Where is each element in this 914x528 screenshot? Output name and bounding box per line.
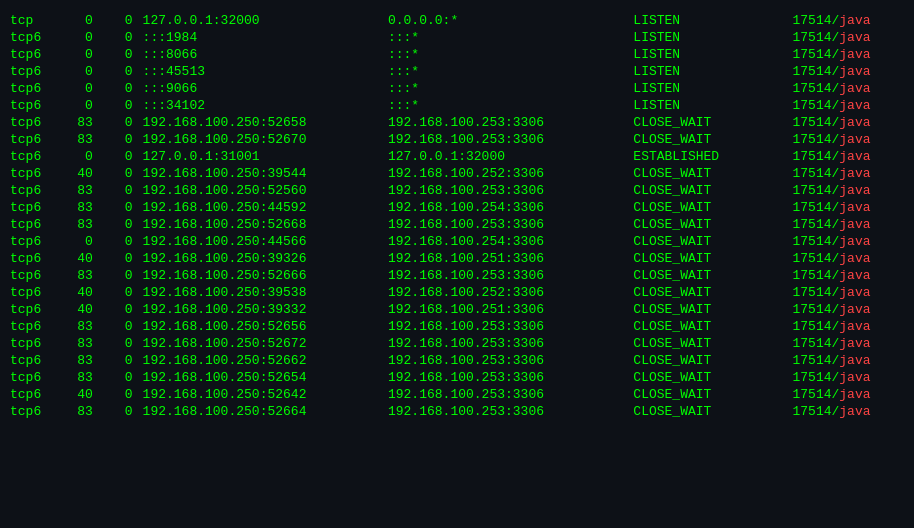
- col-local: 192.168.100.250:44566: [143, 233, 388, 250]
- col-send: 0: [103, 318, 143, 335]
- col-foreign: 192.168.100.251:3306: [388, 250, 633, 267]
- col-local: :::45513: [143, 63, 388, 80]
- col-local: 192.168.100.250:44592: [143, 199, 388, 216]
- col-pid: 17514/java: [792, 403, 904, 420]
- col-proto: tcp6: [10, 131, 63, 148]
- col-state: LISTEN: [633, 46, 792, 63]
- table-row: tcp6 0 0 :::8066 :::* LISTEN 17514/java: [10, 46, 904, 63]
- col-local: 192.168.100.250:52656: [143, 318, 388, 335]
- col-state: CLOSE_WAIT: [633, 352, 792, 369]
- col-send: 0: [103, 63, 143, 80]
- col-foreign: 192.168.100.253:3306: [388, 318, 633, 335]
- col-local: 192.168.100.250:52560: [143, 182, 388, 199]
- col-foreign: 192.168.100.253:3306: [388, 114, 633, 131]
- table-row: tcp 0 0 127.0.0.1:32000 0.0.0.0:* LISTEN…: [10, 12, 904, 29]
- col-recv: 0: [63, 12, 103, 29]
- col-state: LISTEN: [633, 63, 792, 80]
- col-local: :::8066: [143, 46, 388, 63]
- col-state: LISTEN: [633, 29, 792, 46]
- col-foreign: :::*: [388, 97, 633, 114]
- col-recv: 83: [63, 335, 103, 352]
- col-foreign: :::*: [388, 29, 633, 46]
- col-proto: tcp6: [10, 369, 63, 386]
- col-foreign: 192.168.100.251:3306: [388, 301, 633, 318]
- col-foreign: 192.168.100.253:3306: [388, 335, 633, 352]
- col-local: 192.168.100.250:52670: [143, 131, 388, 148]
- table-row: tcp6 0 0 :::1984 :::* LISTEN 17514/java: [10, 29, 904, 46]
- col-local: 192.168.100.250:39544: [143, 165, 388, 182]
- col-recv: 0: [63, 97, 103, 114]
- col-proto: tcp6: [10, 335, 63, 352]
- col-proto: tcp6: [10, 29, 63, 46]
- col-state: CLOSE_WAIT: [633, 267, 792, 284]
- col-foreign: 192.168.100.254:3306: [388, 199, 633, 216]
- col-foreign: 192.168.100.254:3306: [388, 233, 633, 250]
- table-row: tcp6 40 0 192.168.100.250:39544 192.168.…: [10, 165, 904, 182]
- table-row: tcp6 83 0 192.168.100.250:52668 192.168.…: [10, 216, 904, 233]
- col-recv: 83: [63, 352, 103, 369]
- col-pid: 17514/java: [792, 250, 904, 267]
- col-foreign: 192.168.100.253:3306: [388, 131, 633, 148]
- col-pid: 17514/java: [792, 131, 904, 148]
- col-foreign: 192.168.100.253:3306: [388, 369, 633, 386]
- table-row: tcp6 83 0 192.168.100.250:52662 192.168.…: [10, 352, 904, 369]
- col-foreign: 192.168.100.252:3306: [388, 284, 633, 301]
- table-row: tcp6 40 0 192.168.100.250:52642 192.168.…: [10, 386, 904, 403]
- col-pid: 17514/java: [792, 216, 904, 233]
- col-state: LISTEN: [633, 12, 792, 29]
- col-send: 0: [103, 97, 143, 114]
- col-proto: tcp6: [10, 267, 63, 284]
- col-local: 192.168.100.250:39538: [143, 284, 388, 301]
- col-pid: 17514/java: [792, 352, 904, 369]
- col-local: 192.168.100.250:52666: [143, 267, 388, 284]
- col-proto: tcp6: [10, 403, 63, 420]
- col-local: :::34102: [143, 97, 388, 114]
- col-proto: tcp6: [10, 233, 63, 250]
- table-row: tcp6 83 0 192.168.100.250:52666 192.168.…: [10, 267, 904, 284]
- col-send: 0: [103, 250, 143, 267]
- col-proto: tcp6: [10, 199, 63, 216]
- table-row: tcp6 83 0 192.168.100.250:52670 192.168.…: [10, 131, 904, 148]
- col-proto: tcp6: [10, 284, 63, 301]
- col-state: CLOSE_WAIT: [633, 199, 792, 216]
- col-pid: 17514/java: [792, 80, 904, 97]
- col-recv: 83: [63, 199, 103, 216]
- col-proto: tcp6: [10, 97, 63, 114]
- col-send: 0: [103, 369, 143, 386]
- col-state: CLOSE_WAIT: [633, 386, 792, 403]
- col-local: 192.168.100.250:52654: [143, 369, 388, 386]
- col-local: 192.168.100.250:39332: [143, 301, 388, 318]
- col-send: 0: [103, 148, 143, 165]
- col-recv: 40: [63, 250, 103, 267]
- col-state: CLOSE_WAIT: [633, 369, 792, 386]
- table-row: tcp6 0 0 127.0.0.1:31001 127.0.0.1:32000…: [10, 148, 904, 165]
- table-row: tcp6 83 0 192.168.100.250:52672 192.168.…: [10, 335, 904, 352]
- col-proto: tcp6: [10, 301, 63, 318]
- col-local: 192.168.100.250:52668: [143, 216, 388, 233]
- table-row: tcp6 83 0 192.168.100.250:52664 192.168.…: [10, 403, 904, 420]
- col-recv: 0: [63, 46, 103, 63]
- table-row: tcp6 83 0 192.168.100.250:52560 192.168.…: [10, 182, 904, 199]
- col-local: 192.168.100.250:39326: [143, 250, 388, 267]
- table-row: tcp6 83 0 192.168.100.250:52658 192.168.…: [10, 114, 904, 131]
- col-proto: tcp: [10, 12, 63, 29]
- table-row: tcp6 0 0 192.168.100.250:44566 192.168.1…: [10, 233, 904, 250]
- col-pid: 17514/java: [792, 97, 904, 114]
- table-row: tcp6 0 0 :::9066 :::* LISTEN 17514/java: [10, 80, 904, 97]
- col-pid: 17514/java: [792, 318, 904, 335]
- col-send: 0: [103, 335, 143, 352]
- col-local: :::9066: [143, 80, 388, 97]
- col-recv: 40: [63, 301, 103, 318]
- col-send: 0: [103, 80, 143, 97]
- col-state: CLOSE_WAIT: [633, 233, 792, 250]
- col-proto: tcp6: [10, 165, 63, 182]
- col-local: 192.168.100.250:52642: [143, 386, 388, 403]
- col-state: CLOSE_WAIT: [633, 301, 792, 318]
- col-send: 0: [103, 386, 143, 403]
- col-foreign: 127.0.0.1:32000: [388, 148, 633, 165]
- col-foreign: 192.168.100.253:3306: [388, 386, 633, 403]
- col-recv: 83: [63, 369, 103, 386]
- col-send: 0: [103, 301, 143, 318]
- col-recv: 40: [63, 386, 103, 403]
- col-local: 192.168.100.250:52662: [143, 352, 388, 369]
